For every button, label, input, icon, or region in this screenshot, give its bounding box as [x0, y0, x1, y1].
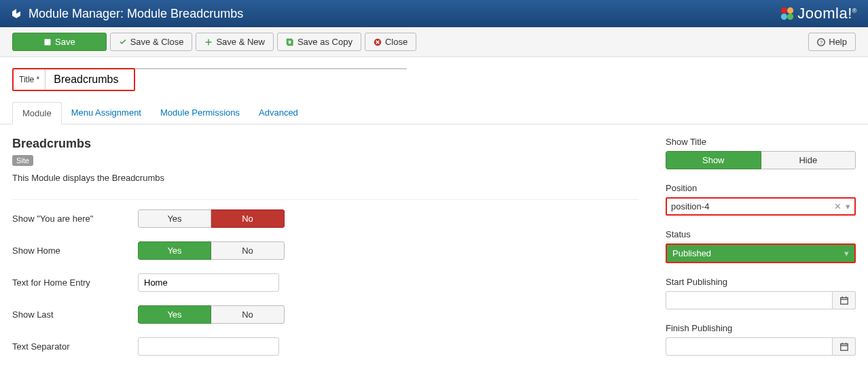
input-text-home[interactable]: [138, 273, 279, 292]
close-label: Close: [385, 37, 408, 47]
save-close-label: Save & Close: [130, 37, 184, 47]
hide-option[interactable]: Hide: [761, 151, 856, 169]
save-close-button[interactable]: Save & Close: [110, 33, 193, 51]
yes-option[interactable]: Yes: [138, 305, 211, 324]
svg-text:?: ?: [820, 39, 822, 46]
position-select[interactable]: position-4 ✕ ▾: [667, 199, 854, 214]
svg-rect-9: [840, 297, 848, 304]
row-show-last: Show Last Yes No: [12, 305, 638, 324]
page-header: Module Manager: Module Breadcrumbs Jooml…: [0, 0, 868, 27]
row-text-home: Text for Home Entry: [12, 273, 638, 292]
calendar-icon: [839, 342, 849, 352]
module-description: This Module displays the Breadcrumbs: [12, 173, 638, 183]
no-option[interactable]: No: [211, 241, 285, 260]
toggle-show-title: Show Hide: [666, 151, 856, 169]
label-show-title: Show Title: [666, 137, 856, 147]
status-highlight: Published ▾: [666, 243, 856, 263]
field-start-publishing: Start Publishing: [666, 277, 856, 309]
status-value: Published: [672, 248, 711, 258]
row-text-separator: Text Separator: [12, 337, 638, 356]
save-button[interactable]: Save: [12, 33, 107, 51]
help-button[interactable]: ? Help: [808, 33, 856, 51]
left-column: Breadcrumbs Site This Module displays th…: [12, 137, 638, 369]
label-finish-publishing: Finish Publishing: [666, 323, 856, 333]
save-new-button[interactable]: Save & New: [196, 33, 274, 51]
site-badge: Site: [12, 155, 33, 166]
module-name: Breadcrumbs: [12, 137, 638, 151]
title-field-extension[interactable]: [135, 68, 407, 69]
save-copy-button[interactable]: Save as Copy: [277, 33, 361, 51]
label-start-publishing: Start Publishing: [666, 277, 856, 287]
position-highlight: position-4 ✕ ▾: [666, 197, 856, 216]
calendar-button[interactable]: [833, 337, 856, 356]
title-section: Title *: [0, 57, 868, 97]
calendar-button[interactable]: [833, 291, 856, 309]
svg-point-2: [781, 14, 787, 20]
separator: [12, 199, 638, 200]
header-left: Module Manager: Module Breadcrumbs: [11, 7, 243, 21]
row-show-home: Show Home Yes No: [12, 241, 638, 260]
row-show-you-are-here: Show "You are here" Yes No: [12, 209, 638, 228]
calendar-icon: [839, 296, 849, 305]
tab-menu-assignment[interactable]: Menu Assignment: [62, 102, 151, 124]
finish-publishing-row: [666, 337, 856, 356]
save-copy-label: Save as Copy: [297, 37, 352, 47]
tab-module[interactable]: Module: [12, 102, 62, 124]
title-label: Title *: [14, 69, 46, 90]
svg-rect-13: [840, 343, 848, 350]
svg-point-3: [787, 14, 793, 20]
start-publishing-input[interactable]: [666, 291, 833, 309]
label-status: Status: [666, 229, 856, 239]
field-position: Position position-4 ✕ ▾: [666, 183, 856, 216]
clear-icon[interactable]: ✕: [834, 201, 842, 212]
yes-option[interactable]: Yes: [138, 241, 211, 260]
svg-point-1: [787, 7, 793, 14]
position-controls: ✕ ▾: [834, 201, 850, 212]
show-option[interactable]: Show: [666, 151, 761, 169]
position-value: position-4: [671, 201, 709, 212]
yes-option[interactable]: Yes: [138, 209, 211, 228]
label-text-home: Text for Home Entry: [12, 277, 138, 288]
save-new-label: Save & New: [216, 37, 265, 47]
module-cube-icon: [11, 8, 22, 19]
label-position: Position: [666, 183, 856, 193]
help-icon: ?: [817, 38, 825, 46]
close-button[interactable]: Close: [365, 33, 416, 51]
joomla-logo: Joomla!®: [780, 5, 857, 22]
finish-publishing-input[interactable]: [666, 337, 833, 356]
joomla-logo-text: Joomla!®: [797, 5, 857, 22]
chevron-down-icon[interactable]: ▾: [846, 201, 850, 212]
no-option[interactable]: No: [211, 305, 285, 324]
copy-icon: [286, 38, 294, 46]
chevron-down-icon: ▾: [844, 248, 849, 258]
label-show-home: Show Home: [12, 246, 138, 256]
cancel-icon: [374, 38, 382, 46]
toggle-show-home: Yes No: [138, 241, 285, 260]
apply-icon: [43, 38, 52, 46]
toolbar-left: Save Save & Close Save & New Save as Cop…: [12, 33, 416, 51]
input-text-separator[interactable]: [138, 337, 279, 356]
joomla-logo-icon: [780, 6, 795, 21]
label-show-last: Show Last: [12, 309, 138, 320]
plus-icon: [204, 38, 213, 46]
check-icon: [119, 38, 127, 46]
field-show-title: Show Title Show Hide: [666, 137, 856, 169]
title-wrapper: Title *: [12, 68, 135, 91]
title-input[interactable]: [46, 69, 134, 90]
toggle-show-last: Yes No: [138, 305, 285, 324]
label-text-separator: Text Separator: [12, 341, 138, 352]
tab-module-permissions[interactable]: Module Permissions: [151, 102, 249, 124]
no-option[interactable]: No: [211, 209, 285, 228]
page-title: Module Manager: Module Breadcrumbs: [29, 7, 243, 21]
toolbar: Save Save & Close Save & New Save as Cop…: [0, 27, 868, 57]
field-finish-publishing: Finish Publishing: [666, 323, 856, 356]
label-show-you-are-here: Show "You are here": [12, 214, 138, 224]
start-publishing-row: [666, 291, 856, 309]
toggle-show-you-are-here: Yes No: [138, 209, 285, 228]
status-select[interactable]: Published ▾: [667, 245, 854, 262]
tabs: Module Menu Assignment Module Permission…: [0, 102, 868, 124]
save-label: Save: [55, 37, 75, 47]
tab-advanced[interactable]: Advanced: [249, 102, 308, 124]
field-status: Status Published ▾: [666, 229, 856, 263]
main: Breadcrumbs Site This Module displays th…: [0, 124, 868, 372]
